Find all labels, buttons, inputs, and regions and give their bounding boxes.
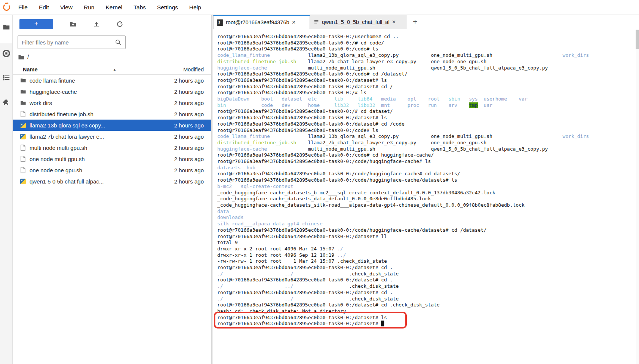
file-row[interactable]: huggingface-cache2 hours ago xyxy=(13,86,211,97)
menu-kernel[interactable]: Kernel xyxy=(100,0,128,15)
file-modified: 2 hours ago xyxy=(174,89,211,95)
column-modified-header[interactable]: Modified xyxy=(183,67,211,73)
file-list-header: Name ▲ Modified xyxy=(13,64,211,75)
file-name: multi node multi gpu.sh xyxy=(30,145,87,151)
file-row[interactable]: one node multi gpu.sh2 hours ago xyxy=(13,153,211,164)
file-row[interactable]: one node one gpu.sh2 hours ago xyxy=(13,164,211,176)
terminal-line: root@r70166a3eaf94376bd0a642895ec0ba0-ta… xyxy=(217,90,636,96)
file-name: work dirs xyxy=(30,100,52,106)
menu-settings[interactable]: Settings xyxy=(151,0,184,15)
menu-tabs[interactable]: Tabs xyxy=(128,0,151,15)
file-modified: 2 hours ago xyxy=(174,77,211,84)
extensions-icon[interactable] xyxy=(0,98,13,106)
terminal-cursor: █ xyxy=(381,321,384,326)
filter-files-input[interactable] xyxy=(22,39,115,46)
terminal-dir-text: hub xyxy=(246,165,255,170)
terminal-dir-text: work_dirs xyxy=(563,52,589,58)
terminal-line: bigDataDown boot dataset etc lib lib64 m… xyxy=(217,96,636,102)
terminal-line: distributed_finetune_job.sh llama2_7b_ch… xyxy=(217,59,636,65)
file-browser-icon[interactable] xyxy=(0,23,13,31)
file-name: llama2 7b chat lora lawyer e... xyxy=(30,133,104,140)
upload-icon[interactable] xyxy=(93,21,100,28)
terminal-line: b-mc2___sql-create-context xyxy=(217,183,636,190)
terminal-line: root@r70166a3eaf94376bd0a642895ec0ba0-ta… xyxy=(217,77,636,84)
terminal-line: root@r70166a3eaf94376bd0a642895ec0ba0-ta… xyxy=(217,302,636,308)
terminal-dir-text: media xyxy=(381,96,396,102)
file-icon xyxy=(20,111,26,117)
file-row[interactable]: qwen1 5 0 5b chat full alpac...2 hours a… xyxy=(13,176,211,187)
terminal-line: root@r70166a3eaf94376bd0a642895ec0ba0-ta… xyxy=(217,46,636,52)
terminal-line: root@r70166a3eaf94376bd0a642895ec0ba0-ta… xyxy=(217,321,636,327)
menu-view[interactable]: View xyxy=(55,0,78,15)
file-modified: 2 hours ago xyxy=(174,156,211,162)
terminal-line: root@r70166a3eaf94376bd0a642895ec0ba0-ta… xyxy=(217,315,636,321)
home-folder-icon[interactable] xyxy=(18,54,25,61)
scrollbar-thumb[interactable] xyxy=(636,30,639,49)
terminal-line: root@r70166a3eaf94376bd0a642895ec0ba0-ta… xyxy=(217,265,636,271)
new-tab-button[interactable]: + xyxy=(409,15,421,29)
file-row[interactable]: llama2 13b qlora sql e3 copy...2 hours a… xyxy=(13,120,211,131)
terminal-dir-text: code_llama_fintune xyxy=(217,133,270,139)
file-name: code llama fintune xyxy=(30,77,75,84)
sort-ascending-icon[interactable]: ▲ xyxy=(113,68,116,71)
terminal-line: root@r70166a3eaf94376bd0a642895ec0ba0-ta… xyxy=(217,277,636,283)
tab-editor-label: qwen1_5_0_5b_chat_full_al xyxy=(322,19,390,25)
tab-terminal[interactable]: $_ root@r70166a3eaf94376b × xyxy=(213,15,310,29)
breadcrumb[interactable]: / xyxy=(18,54,211,61)
menu-edit[interactable]: Edit xyxy=(33,0,55,15)
new-folder-icon[interactable] xyxy=(70,21,77,28)
terminal-line: ./ ../ .check_disk_state xyxy=(217,283,636,290)
jupyter-logo xyxy=(0,4,13,11)
menu-file[interactable]: File xyxy=(13,0,33,15)
terminal-line: root@r70166a3eaf94376bd0a642895ec0ba0-ta… xyxy=(217,108,636,115)
terminal-dir-text: userhome xyxy=(483,96,507,102)
file-icon xyxy=(20,145,26,151)
terminal-dir-text: data xyxy=(217,209,229,214)
tab-bar: $_ root@r70166a3eaf94376b × qwen1_5_0_5b… xyxy=(213,15,639,29)
terminal-dir-text: bigDataDown xyxy=(217,96,249,102)
terminal-dir-text: srv xyxy=(448,102,457,108)
breadcrumb-root[interactable]: / xyxy=(27,54,29,61)
file-name: one node multi gpu.sh xyxy=(30,156,85,162)
search-icon xyxy=(115,39,122,46)
file-name: one node one gpu.sh xyxy=(30,167,82,173)
file-modified: 2 hours ago xyxy=(174,133,211,140)
folder-icon xyxy=(20,77,26,83)
terminal-dir-text: ../ xyxy=(337,252,346,258)
terminal-line: _code_huggingface-cache_datasets_silk-ro… xyxy=(217,202,636,209)
filter-files-box[interactable] xyxy=(18,36,126,49)
terminal-dir-text: opt xyxy=(408,96,416,102)
table-of-contents-icon[interactable] xyxy=(0,74,13,81)
file-name: llama2 13b qlora sql e3 copy... xyxy=(30,122,105,129)
terminal-ln-text: lib64 xyxy=(358,96,372,102)
terminal-dir-text: sys xyxy=(469,96,477,102)
terminal-line: ./ ../ .check_disk_state xyxy=(217,296,636,302)
terminal-dir-text: huggingface-cache xyxy=(217,65,267,71)
new-launcher-button[interactable]: + xyxy=(19,19,53,29)
terminal-dir-text: home xyxy=(308,102,320,108)
close-icon[interactable]: × xyxy=(291,19,297,26)
terminal-line: drwxr-xr-x 2 root root 4096 Mar 24 15:07… xyxy=(217,246,636,252)
terminal-output[interactable]: root@r70166a3eaf94376bd0a642895ec0ba0-ta… xyxy=(213,29,636,364)
tab-editor[interactable]: qwen1_5_0_5b_chat_full_al × xyxy=(310,15,407,29)
scrollbar-track[interactable] xyxy=(636,29,639,364)
terminal-dir-text: ../ xyxy=(285,296,293,302)
menu-help[interactable]: Help xyxy=(184,0,207,15)
running-kernels-icon[interactable] xyxy=(0,49,13,58)
file-modified: 2 hours ago xyxy=(174,122,211,129)
file-row[interactable]: distributed finetune job.sh2 hours ago xyxy=(13,108,211,120)
close-icon[interactable]: × xyxy=(391,18,397,26)
terminal-line: root@r70166a3eaf94376bd0a642895ec0ba0-ta… xyxy=(217,290,636,296)
file-row[interactable]: work dirs2 hours ago xyxy=(13,97,211,108)
terminal-dir-text: usr xyxy=(483,102,492,108)
file-browser-toolbar: + xyxy=(13,19,211,29)
column-name-header[interactable]: Name xyxy=(23,67,38,73)
refresh-icon[interactable] xyxy=(116,21,123,28)
terminal-line: root@r70166a3eaf94376bd0a642895ec0ba0-ta… xyxy=(217,71,636,77)
file-row[interactable]: multi node multi gpu.sh2 hours ago xyxy=(13,142,211,153)
terminal-line: bash: cd: .check_disk_state: Not a direc… xyxy=(217,308,636,315)
terminal-line: distributed_finetune_job.sh llama2_7b_ch… xyxy=(217,140,636,146)
file-row[interactable]: llama2 7b chat lora lawyer e...2 hours a… xyxy=(13,131,211,142)
menu-run[interactable]: Run xyxy=(78,0,100,15)
file-row[interactable]: code llama fintune2 hours ago xyxy=(13,75,211,86)
